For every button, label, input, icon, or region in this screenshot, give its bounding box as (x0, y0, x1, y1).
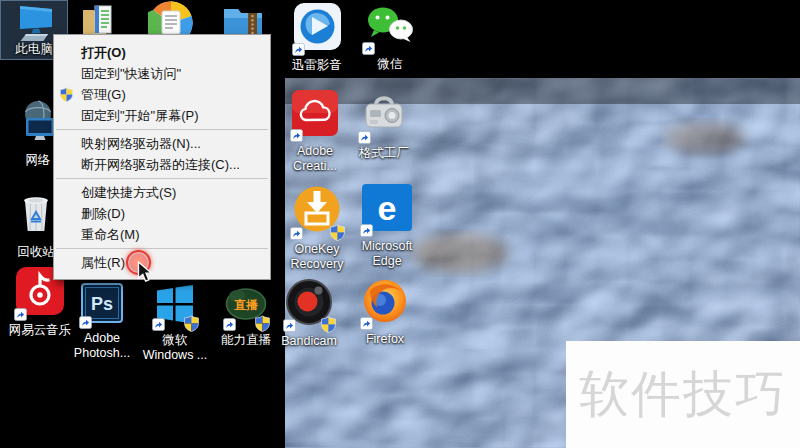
menu-item-pin-quick-access[interactable]: 固定到"快速访问" (54, 63, 270, 84)
icon-label: 格式工厂 (346, 146, 422, 161)
menu-item-manage[interactable]: 管理(G) (54, 84, 270, 105)
menu-item-pin-start[interactable]: 固定到"开始"屏幕(P) (54, 105, 270, 126)
shortcut-arrow-icon (290, 227, 303, 240)
icon-label: 微软 Windows ... (137, 333, 213, 363)
menu-item-label: 固定到"开始"屏幕(P) (81, 108, 199, 123)
desktop-icon-xunlei[interactable]: 迅雷影音 (279, 3, 355, 73)
shortcut-arrow-icon (223, 318, 236, 331)
svg-text:直播: 直播 (234, 298, 258, 312)
firefox-icon (362, 278, 408, 328)
svg-text:e: e (378, 189, 397, 227)
icon-label: OneKey Recovery (279, 242, 355, 272)
icon-label: Adobe Creati... (277, 144, 353, 174)
uac-shield-icon (329, 224, 346, 241)
uac-shield-icon (183, 315, 200, 332)
shortcut-arrow-icon (290, 129, 303, 142)
onekey-recovery-icon (292, 184, 342, 238)
nengli-live-icon: 直播 (225, 283, 267, 329)
menu-item-label: 打开(O) (81, 45, 126, 60)
shortcut-arrow-icon (152, 318, 165, 331)
desktop-icon-firefox[interactable]: Firefox (347, 278, 423, 347)
this-pc-icon (13, 3, 57, 47)
shortcut-arrow-icon (79, 316, 92, 329)
menu-separator (56, 248, 268, 249)
desktop-icon-onekey-recovery[interactable]: OneKey Recovery (279, 184, 355, 272)
icon-label: Adobe Photosh... (64, 331, 140, 361)
menu-item-disconnect-network-drive[interactable]: 断开网络驱动器的连接(C)... (54, 154, 270, 175)
bandicam-icon (285, 278, 333, 330)
menu-item-map-network-drive[interactable]: 映射网络驱动器(N)... (54, 133, 270, 154)
uac-shield-icon (254, 315, 271, 332)
uac-shield-icon (59, 87, 74, 102)
context-menu: 打开(O) 固定到"快速访问" 管理(G) 固定到"开始"屏幕(P) 映射网络驱… (53, 34, 271, 280)
icon-label: 迅雷影音 (279, 58, 355, 73)
desktop-icon-windows[interactable]: 微软 Windows ... (137, 283, 213, 363)
menu-item-label: 创建快捷方式(S) (81, 185, 176, 200)
desktop: 软件技巧 此电脑 (0, 0, 800, 448)
watermark-text: 软件技巧 (579, 361, 787, 428)
menu-item-label: 重命名(M) (81, 227, 140, 242)
menu-item-label: 管理(G) (81, 87, 126, 102)
mouse-cursor-icon (137, 261, 153, 283)
photoshop-icon: Ps (81, 283, 123, 327)
svg-text:Ps: Ps (91, 294, 113, 314)
shortcut-arrow-icon (362, 42, 375, 55)
menu-separator (56, 178, 268, 179)
uac-shield-icon (320, 316, 337, 333)
desktop-icon-photoshop[interactable]: Ps Adobe Photosh... (64, 283, 140, 361)
desktop-icon-bandicam[interactable]: Bandicam (271, 278, 347, 349)
menu-item-open[interactable]: 打开(O) (54, 42, 270, 63)
shortcut-arrow-icon (360, 317, 373, 330)
menu-item-label: 映射网络驱动器(N)... (81, 136, 201, 151)
edge-icon: e (362, 184, 412, 235)
icon-label: 微信 (352, 57, 428, 72)
desktop-icon-adobe-creative[interactable]: Adobe Creati... (277, 90, 353, 174)
shortcut-arrow-icon (292, 43, 305, 56)
menu-item-rename[interactable]: 重命名(M) (54, 224, 270, 245)
menu-item-label: 删除(D) (81, 206, 125, 221)
wechat-icon (364, 3, 416, 53)
icon-label: Bandicam (271, 334, 347, 349)
windows-logo-icon (154, 283, 196, 329)
adobe-creative-cloud-icon (292, 90, 338, 140)
shortcut-arrow-icon (14, 308, 27, 321)
desktop-icon-format-factory[interactable]: 格式工厂 (346, 90, 422, 161)
shortcut-arrow-icon (358, 131, 371, 144)
watermark-box: 软件技巧 (566, 341, 800, 448)
menu-item-create-shortcut[interactable]: 创建快捷方式(S) (54, 182, 270, 203)
shortcut-arrow-icon (360, 224, 373, 237)
menu-item-properties[interactable]: 属性(R) (54, 252, 270, 273)
xunlei-player-icon (294, 3, 341, 54)
menu-item-label: 断开网络驱动器的连接(C)... (81, 157, 240, 172)
menu-item-label: 属性(R) (81, 255, 125, 270)
shortcut-arrow-icon (283, 319, 296, 332)
menu-item-delete[interactable]: 删除(D) (54, 203, 270, 224)
desktop-icon-edge[interactable]: e Microsoft Edge (349, 184, 425, 269)
icon-label: Microsoft Edge (349, 239, 425, 269)
icon-label: Firefox (347, 332, 423, 347)
desktop-icon-wechat[interactable]: 微信 (352, 3, 428, 72)
format-factory-icon (360, 90, 408, 142)
menu-separator (56, 129, 268, 130)
menu-item-label: 固定到"快速访问" (81, 66, 181, 81)
